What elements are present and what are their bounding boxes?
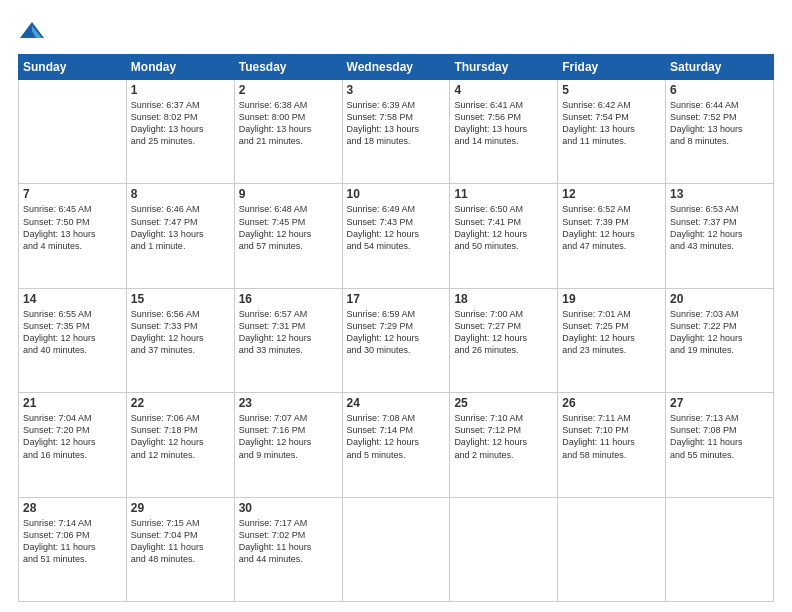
day-info: Sunrise: 7:10 AMSunset: 7:12 PMDaylight:…	[454, 412, 553, 461]
day-info: Sunrise: 7:17 AMSunset: 7:02 PMDaylight:…	[239, 517, 338, 566]
logo	[18, 18, 50, 46]
weekday-header-wednesday: Wednesday	[342, 55, 450, 80]
day-number: 8	[131, 187, 230, 201]
day-info: Sunrise: 7:08 AMSunset: 7:14 PMDaylight:…	[347, 412, 446, 461]
day-cell-22: 22Sunrise: 7:06 AMSunset: 7:18 PMDayligh…	[126, 393, 234, 497]
weekday-header-tuesday: Tuesday	[234, 55, 342, 80]
day-info: Sunrise: 6:56 AMSunset: 7:33 PMDaylight:…	[131, 308, 230, 357]
weekday-header-sunday: Sunday	[19, 55, 127, 80]
empty-cell	[666, 497, 774, 601]
day-info: Sunrise: 6:55 AMSunset: 7:35 PMDaylight:…	[23, 308, 122, 357]
day-info: Sunrise: 6:39 AMSunset: 7:58 PMDaylight:…	[347, 99, 446, 148]
day-info: Sunrise: 7:13 AMSunset: 7:08 PMDaylight:…	[670, 412, 769, 461]
day-cell-12: 12Sunrise: 6:52 AMSunset: 7:39 PMDayligh…	[558, 184, 666, 288]
weekday-header-monday: Monday	[126, 55, 234, 80]
day-cell-9: 9Sunrise: 6:48 AMSunset: 7:45 PMDaylight…	[234, 184, 342, 288]
day-cell-4: 4Sunrise: 6:41 AMSunset: 7:56 PMDaylight…	[450, 80, 558, 184]
day-number: 27	[670, 396, 769, 410]
day-number: 16	[239, 292, 338, 306]
empty-cell	[19, 80, 127, 184]
day-cell-26: 26Sunrise: 7:11 AMSunset: 7:10 PMDayligh…	[558, 393, 666, 497]
day-number: 4	[454, 83, 553, 97]
day-number: 28	[23, 501, 122, 515]
weekday-header-thursday: Thursday	[450, 55, 558, 80]
calendar-table: SundayMondayTuesdayWednesdayThursdayFrid…	[18, 54, 774, 602]
day-number: 24	[347, 396, 446, 410]
day-cell-5: 5Sunrise: 6:42 AMSunset: 7:54 PMDaylight…	[558, 80, 666, 184]
day-number: 6	[670, 83, 769, 97]
day-cell-8: 8Sunrise: 6:46 AMSunset: 7:47 PMDaylight…	[126, 184, 234, 288]
empty-cell	[342, 497, 450, 601]
day-cell-14: 14Sunrise: 6:55 AMSunset: 7:35 PMDayligh…	[19, 288, 127, 392]
day-cell-24: 24Sunrise: 7:08 AMSunset: 7:14 PMDayligh…	[342, 393, 450, 497]
day-number: 26	[562, 396, 661, 410]
weekday-header-friday: Friday	[558, 55, 666, 80]
day-cell-20: 20Sunrise: 7:03 AMSunset: 7:22 PMDayligh…	[666, 288, 774, 392]
day-cell-30: 30Sunrise: 7:17 AMSunset: 7:02 PMDayligh…	[234, 497, 342, 601]
day-info: Sunrise: 7:15 AMSunset: 7:04 PMDaylight:…	[131, 517, 230, 566]
day-info: Sunrise: 6:48 AMSunset: 7:45 PMDaylight:…	[239, 203, 338, 252]
day-info: Sunrise: 6:37 AMSunset: 8:02 PMDaylight:…	[131, 99, 230, 148]
day-number: 22	[131, 396, 230, 410]
day-number: 3	[347, 83, 446, 97]
day-cell-19: 19Sunrise: 7:01 AMSunset: 7:25 PMDayligh…	[558, 288, 666, 392]
day-cell-16: 16Sunrise: 6:57 AMSunset: 7:31 PMDayligh…	[234, 288, 342, 392]
day-cell-28: 28Sunrise: 7:14 AMSunset: 7:06 PMDayligh…	[19, 497, 127, 601]
day-cell-18: 18Sunrise: 7:00 AMSunset: 7:27 PMDayligh…	[450, 288, 558, 392]
day-number: 2	[239, 83, 338, 97]
day-cell-11: 11Sunrise: 6:50 AMSunset: 7:41 PMDayligh…	[450, 184, 558, 288]
day-number: 12	[562, 187, 661, 201]
day-info: Sunrise: 6:44 AMSunset: 7:52 PMDaylight:…	[670, 99, 769, 148]
day-cell-2: 2Sunrise: 6:38 AMSunset: 8:00 PMDaylight…	[234, 80, 342, 184]
day-info: Sunrise: 7:00 AMSunset: 7:27 PMDaylight:…	[454, 308, 553, 357]
day-info: Sunrise: 7:03 AMSunset: 7:22 PMDaylight:…	[670, 308, 769, 357]
week-row-2: 7Sunrise: 6:45 AMSunset: 7:50 PMDaylight…	[19, 184, 774, 288]
logo-icon	[18, 18, 46, 46]
day-info: Sunrise: 7:11 AMSunset: 7:10 PMDaylight:…	[562, 412, 661, 461]
day-cell-7: 7Sunrise: 6:45 AMSunset: 7:50 PMDaylight…	[19, 184, 127, 288]
day-number: 17	[347, 292, 446, 306]
day-info: Sunrise: 6:57 AMSunset: 7:31 PMDaylight:…	[239, 308, 338, 357]
empty-cell	[450, 497, 558, 601]
day-number: 19	[562, 292, 661, 306]
day-number: 1	[131, 83, 230, 97]
day-cell-21: 21Sunrise: 7:04 AMSunset: 7:20 PMDayligh…	[19, 393, 127, 497]
day-number: 30	[239, 501, 338, 515]
day-number: 29	[131, 501, 230, 515]
day-info: Sunrise: 6:46 AMSunset: 7:47 PMDaylight:…	[131, 203, 230, 252]
week-row-5: 28Sunrise: 7:14 AMSunset: 7:06 PMDayligh…	[19, 497, 774, 601]
day-info: Sunrise: 7:01 AMSunset: 7:25 PMDaylight:…	[562, 308, 661, 357]
page-header	[18, 18, 774, 46]
week-row-1: 1Sunrise: 6:37 AMSunset: 8:02 PMDaylight…	[19, 80, 774, 184]
day-number: 23	[239, 396, 338, 410]
day-cell-23: 23Sunrise: 7:07 AMSunset: 7:16 PMDayligh…	[234, 393, 342, 497]
week-row-4: 21Sunrise: 7:04 AMSunset: 7:20 PMDayligh…	[19, 393, 774, 497]
day-info: Sunrise: 7:07 AMSunset: 7:16 PMDaylight:…	[239, 412, 338, 461]
day-info: Sunrise: 6:49 AMSunset: 7:43 PMDaylight:…	[347, 203, 446, 252]
day-cell-17: 17Sunrise: 6:59 AMSunset: 7:29 PMDayligh…	[342, 288, 450, 392]
day-number: 5	[562, 83, 661, 97]
day-number: 10	[347, 187, 446, 201]
day-number: 20	[670, 292, 769, 306]
weekday-header-saturday: Saturday	[666, 55, 774, 80]
day-cell-27: 27Sunrise: 7:13 AMSunset: 7:08 PMDayligh…	[666, 393, 774, 497]
day-number: 14	[23, 292, 122, 306]
day-number: 11	[454, 187, 553, 201]
day-cell-15: 15Sunrise: 6:56 AMSunset: 7:33 PMDayligh…	[126, 288, 234, 392]
day-cell-13: 13Sunrise: 6:53 AMSunset: 7:37 PMDayligh…	[666, 184, 774, 288]
day-info: Sunrise: 6:45 AMSunset: 7:50 PMDaylight:…	[23, 203, 122, 252]
day-info: Sunrise: 6:38 AMSunset: 8:00 PMDaylight:…	[239, 99, 338, 148]
day-cell-10: 10Sunrise: 6:49 AMSunset: 7:43 PMDayligh…	[342, 184, 450, 288]
day-info: Sunrise: 6:50 AMSunset: 7:41 PMDaylight:…	[454, 203, 553, 252]
day-cell-1: 1Sunrise: 6:37 AMSunset: 8:02 PMDaylight…	[126, 80, 234, 184]
day-cell-25: 25Sunrise: 7:10 AMSunset: 7:12 PMDayligh…	[450, 393, 558, 497]
day-cell-3: 3Sunrise: 6:39 AMSunset: 7:58 PMDaylight…	[342, 80, 450, 184]
week-row-3: 14Sunrise: 6:55 AMSunset: 7:35 PMDayligh…	[19, 288, 774, 392]
day-info: Sunrise: 6:42 AMSunset: 7:54 PMDaylight:…	[562, 99, 661, 148]
day-number: 9	[239, 187, 338, 201]
weekday-header-row: SundayMondayTuesdayWednesdayThursdayFrid…	[19, 55, 774, 80]
day-info: Sunrise: 6:41 AMSunset: 7:56 PMDaylight:…	[454, 99, 553, 148]
day-number: 13	[670, 187, 769, 201]
day-info: Sunrise: 7:06 AMSunset: 7:18 PMDaylight:…	[131, 412, 230, 461]
day-info: Sunrise: 6:53 AMSunset: 7:37 PMDaylight:…	[670, 203, 769, 252]
